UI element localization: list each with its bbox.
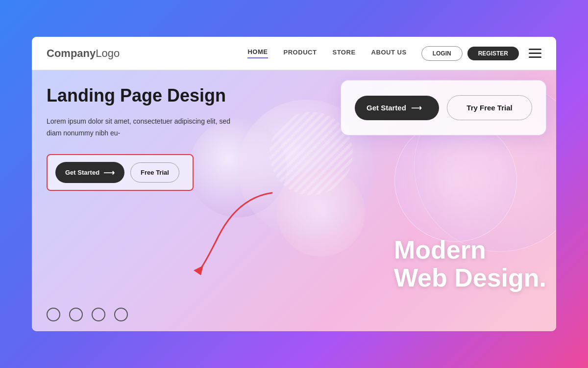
pagination-dot-1[interactable] <box>47 308 60 321</box>
login-button[interactable]: LOGIN <box>421 46 463 61</box>
hero-content: Landing Page Design Lorem ipsum dolor si… <box>47 85 233 191</box>
company-logo: CompanyLogo <box>47 47 120 60</box>
pagination-dots <box>47 308 128 321</box>
nav-link-home[interactable]: HOME <box>247 48 268 58</box>
modern-line-2: Web Design. <box>394 264 546 292</box>
free-trial-button-main[interactable]: Free Trial <box>130 162 179 183</box>
get-started-label: Get Started <box>65 169 99 176</box>
nav-link-store[interactable]: STORE <box>332 49 355 58</box>
arrow-icon: ⟶ <box>103 168 115 177</box>
hamburger-line-2 <box>529 53 541 54</box>
hero-title: Landing Page Design <box>47 85 233 106</box>
popup-cta-card: Get Started ⟶ Try Free Trial <box>341 80 546 135</box>
nav-link-about[interactable]: ABOUT US <box>371 49 407 58</box>
free-trial-button-popup[interactable]: Try Free Trial <box>447 95 532 120</box>
hero-section: Landing Page Design Lorem ipsum dolor si… <box>32 70 556 331</box>
register-button[interactable]: REGISTER <box>467 47 519 60</box>
main-window: CompanyLogo HOME PRODUCT STORE ABOUT US … <box>32 37 556 331</box>
hamburger-menu[interactable] <box>529 49 541 58</box>
navbar: CompanyLogo HOME PRODUCT STORE ABOUT US … <box>32 37 556 70</box>
pagination-dot-2[interactable] <box>69 308 83 321</box>
get-started-button-popup[interactable]: Get Started ⟶ <box>355 96 439 120</box>
nav-links: HOME PRODUCT STORE ABOUT US <box>247 48 406 58</box>
pagination-dot-3[interactable] <box>92 308 105 321</box>
logo-light: Logo <box>96 47 120 59</box>
nav-buttons: LOGIN REGISTER <box>421 46 519 61</box>
get-started-popup-label: Get Started <box>367 104 406 112</box>
pagination-dot-4[interactable] <box>114 308 128 321</box>
modern-line-1: Modern <box>394 236 546 264</box>
logo-bold: Company <box>47 47 96 59</box>
nav-link-product[interactable]: PRODUCT <box>284 49 317 58</box>
modern-web-design-text: Modern Web Design. <box>394 236 546 292</box>
decorative-circle-big-2 <box>394 119 517 242</box>
hamburger-line-1 <box>529 49 541 50</box>
hero-description: Lorem ipsum dolor sit amet, consectetuer… <box>47 116 233 139</box>
arrow-popup-icon: ⟶ <box>411 104 422 112</box>
hamburger-line-3 <box>529 56 541 58</box>
get-started-button-main[interactable]: Get Started ⟶ <box>55 162 124 183</box>
cta-group-highlighted: Get Started ⟶ Free Trial <box>47 154 194 191</box>
